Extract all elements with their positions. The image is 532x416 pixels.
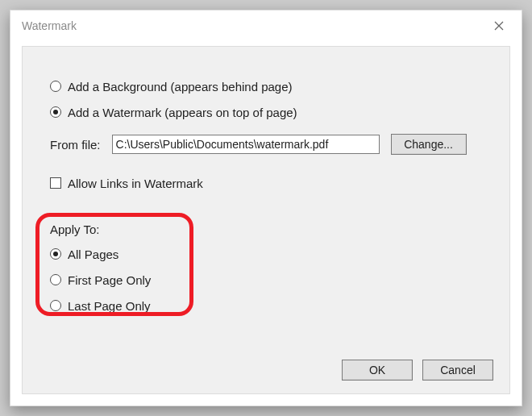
apply-to-label: Apply To: bbox=[50, 223, 99, 236]
watermark-dialog: Watermark Add a Background (appears behi… bbox=[10, 10, 522, 406]
checkbox-icon bbox=[50, 177, 61, 189]
dialog-title: Watermark bbox=[22, 19, 483, 32]
from-file-input[interactable]: C:\Users\Public\Documents\watermark.pdf bbox=[112, 135, 380, 154]
ok-button[interactable]: OK bbox=[342, 360, 413, 381]
from-file-label: From file: bbox=[50, 138, 101, 152]
radio-add-watermark[interactable]: Add a Watermark (appears on top of page) bbox=[50, 103, 297, 121]
radio-label-background: Add a Background (appears behind page) bbox=[68, 80, 293, 94]
cancel-button[interactable]: Cancel bbox=[422, 360, 493, 381]
radio-icon bbox=[50, 274, 61, 285]
client-area: Add a Background (appears behind page) A… bbox=[22, 46, 510, 394]
radio-add-background[interactable]: Add a Background (appears behind page) bbox=[50, 77, 293, 95]
apply-option-all: All Pages bbox=[68, 248, 118, 261]
change-button[interactable]: Change... bbox=[391, 134, 467, 155]
titlebar: Watermark bbox=[10, 10, 522, 41]
close-icon bbox=[494, 21, 504, 31]
allow-links-checkbox[interactable]: Allow Links in Watermark bbox=[50, 174, 203, 192]
radio-icon bbox=[50, 106, 61, 118]
allow-links-label: Allow Links in Watermark bbox=[68, 177, 203, 190]
radio-label-watermark: Add a Watermark (appears on top of page) bbox=[68, 106, 297, 119]
dialog-button-row: OK Cancel bbox=[342, 360, 493, 381]
radio-apply-first-page[interactable]: First Page Only bbox=[50, 271, 151, 289]
close-button[interactable] bbox=[483, 14, 515, 38]
radio-apply-all-pages[interactable]: All Pages bbox=[50, 245, 118, 263]
radio-icon bbox=[50, 300, 61, 311]
apply-option-last: Last Page Only bbox=[68, 299, 151, 313]
from-file-row: From file: C:\Users\Public\Documents\wat… bbox=[50, 134, 467, 155]
radio-icon bbox=[50, 81, 61, 92]
apply-option-first: First Page Only bbox=[68, 273, 151, 287]
radio-apply-last-page[interactable]: Last Page Only bbox=[50, 297, 151, 314]
radio-icon bbox=[50, 248, 61, 260]
